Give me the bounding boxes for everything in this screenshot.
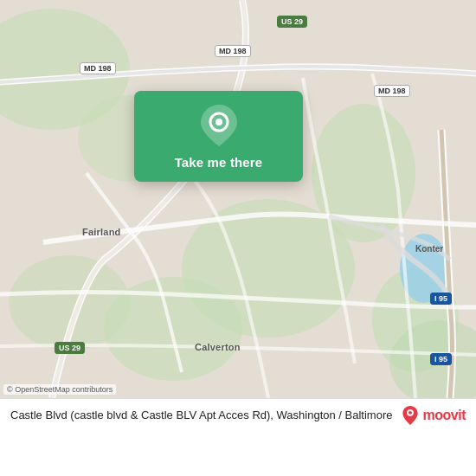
moovit-pin-icon <box>401 406 420 425</box>
map-container[interactable]: US 29 MD 198 MD 198 MD 198 US 29 I 95 I … <box>0 0 476 398</box>
svg-point-11 <box>215 119 222 125</box>
location-row: Castle Blvd (castle blvd & Castle BLV Ap… <box>10 406 466 425</box>
road-badge-us29-bottom: US 29 <box>55 342 85 354</box>
take-me-there-button[interactable]: Take me there <box>175 155 263 170</box>
pin-icon <box>201 105 237 146</box>
road-badge-md198-right: MD 198 <box>374 85 410 97</box>
place-label-konter: Konter <box>415 244 443 254</box>
road-badge-md198-center: MD 198 <box>215 45 251 57</box>
road-badge-us29-top: US 29 <box>277 16 307 28</box>
place-label-fairland: Fairland <box>82 227 121 237</box>
svg-point-13 <box>408 411 412 415</box>
map-attribution: © OpenStreetMap contributors <box>3 384 116 395</box>
popup-card: Take me there <box>134 91 303 182</box>
road-badge-i95-1: I 95 <box>430 293 452 305</box>
app: US 29 MD 198 MD 198 MD 198 US 29 I 95 I … <box>0 0 476 476</box>
road-badge-md198-left: MD 198 <box>80 62 116 74</box>
moovit-text: moovit <box>423 408 466 423</box>
bottom-bar: Castle Blvd (castle blvd & Castle BLV Ap… <box>0 398 476 476</box>
road-badge-i95-2: I 95 <box>430 353 452 365</box>
location-text: Castle Blvd (castle blvd & Castle BLV Ap… <box>10 408 394 423</box>
map-svg <box>0 0 476 398</box>
place-label-calverton: Calverton <box>195 342 241 352</box>
location-icon-wrap <box>198 105 240 146</box>
moovit-logo: moovit <box>401 406 466 425</box>
